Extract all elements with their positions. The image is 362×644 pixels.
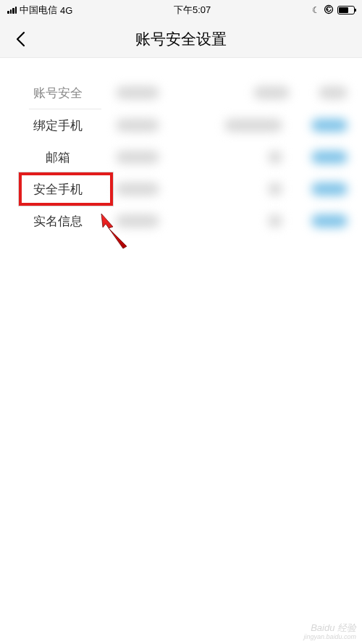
status-bar: 中国电信 4G 下午5:07 ☾ <box>0 0 362 20</box>
row-label: 绑定手机 <box>0 117 116 134</box>
page-title: 账号安全设置 <box>0 29 362 49</box>
row-value-blurred <box>116 214 362 227</box>
row-realname[interactable]: 实名信息 <box>0 205 362 237</box>
row-bind-phone[interactable]: 绑定手机 <box>0 109 362 141</box>
status-time: 下午5:07 <box>174 4 211 17</box>
row-value-blurred <box>116 86 362 99</box>
nav-bar: 账号安全设置 <box>0 20 362 58</box>
row-account-security[interactable]: 账号安全 <box>0 77 362 109</box>
row-value-blurred <box>116 183 362 196</box>
chevron-left-icon <box>15 31 25 47</box>
row-label: 账号安全 <box>0 85 116 101</box>
back-button[interactable] <box>6 25 35 54</box>
row-value-blurred <box>116 119 362 132</box>
row-security-phone[interactable]: 安全手机 <box>0 173 362 205</box>
status-right: ☾ <box>312 4 355 17</box>
status-left: 中国电信 4G <box>7 4 72 17</box>
row-label: 安全手机 <box>0 181 116 198</box>
row-label: 实名信息 <box>0 213 116 230</box>
carrier-label: 中国电信 <box>20 4 57 17</box>
watermark: Baidu 经验 jingyan.baidu.com <box>303 622 356 641</box>
row-email[interactable]: 邮箱 <box>0 141 362 173</box>
watermark-main: Baidu 经验 <box>311 622 356 633</box>
battery-icon <box>337 6 355 14</box>
settings-list: 账号安全 绑定手机 邮箱 安全手机 实名信息 <box>0 58 362 237</box>
do-not-disturb-icon: ☾ <box>312 5 320 15</box>
watermark-sub: jingyan.baidu.com <box>303 633 356 641</box>
rotation-lock-icon <box>324 4 334 17</box>
row-value-blurred <box>116 151 362 164</box>
signal-icon <box>7 7 17 14</box>
network-label: 4G <box>60 5 72 16</box>
row-label: 邮箱 <box>0 149 116 166</box>
